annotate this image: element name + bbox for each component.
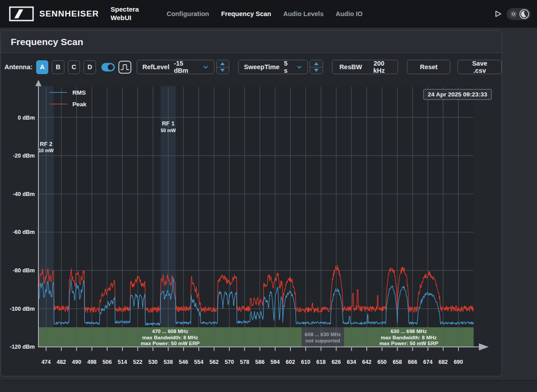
- y-axis-arrow: [35, 80, 42, 86]
- rf1-marker-label: RF 1: [162, 120, 174, 127]
- x-tick-label: 690: [454, 359, 463, 365]
- tab-audio-levels[interactable]: Audio Levels: [283, 10, 323, 17]
- sweeptime-increment-button[interactable]: [310, 60, 322, 67]
- play-icon: [494, 10, 502, 18]
- x-tick-label: 490: [72, 359, 81, 365]
- reflevel-spinner: [216, 60, 229, 74]
- x-tick-label: 538: [164, 359, 173, 365]
- band-text-1: max Bandwidth: 8 MHz: [142, 335, 198, 340]
- band-text-3: max Power: 50 mW ERP: [379, 341, 438, 346]
- frequency-scan-panel: Frequency Scan Antenna: A B C D RefLevel…: [0, 30, 502, 376]
- sennheiser-logo: [9, 6, 34, 21]
- x-tick-label: 610: [301, 359, 310, 365]
- x-tick-label: 634: [347, 359, 356, 365]
- reflevel-select[interactable]: RefLevel -15 dBm: [137, 60, 214, 74]
- top-bar: SENNHEISER Spectera WebUI Configuration …: [0, 0, 537, 28]
- play-button[interactable]: [494, 10, 502, 18]
- x-tick-label: 642: [362, 359, 372, 365]
- reset-button[interactable]: Reset: [407, 60, 450, 74]
- product-name: Spectera WebUI: [111, 5, 139, 22]
- tab-audio-io[interactable]: Audio IO: [336, 10, 362, 17]
- y-tick-label: -60 dBm: [13, 229, 35, 235]
- x-tick-label: 498: [87, 359, 96, 365]
- y-tick-label: -120 dBm: [10, 344, 35, 350]
- x-tick-label: 618: [316, 359, 326, 365]
- topbar-actions: [494, 8, 531, 20]
- tab-frequency-scan[interactable]: Frequency Scan: [221, 10, 271, 17]
- legend-rms-label: RMS: [72, 89, 86, 96]
- y-tick-label: -40 dBm: [13, 191, 35, 197]
- footer-strip: [0, 380, 537, 392]
- x-tick-label: 482: [57, 359, 66, 365]
- sun-icon[interactable]: [510, 11, 517, 17]
- resbw-label: ResBW: [340, 63, 362, 71]
- arrow-up-icon: [314, 62, 319, 65]
- band-text-3: max Bandwidth: 8 MHz: [381, 335, 436, 340]
- y-tick-label: -80 dBm: [13, 267, 35, 274]
- chevron-down-icon: [297, 65, 302, 69]
- arrow-up-icon: [220, 62, 225, 65]
- main-nav: Configuration Frequency Scan Audio Level…: [167, 10, 363, 17]
- save-csv-button[interactable]: Save .csv: [457, 60, 502, 74]
- page-title: Frequency Scan: [11, 37, 83, 47]
- x-tick-label: 674: [423, 359, 432, 365]
- x-tick-label: 626: [331, 359, 341, 365]
- x-tick-label: 658: [393, 359, 402, 365]
- resbw-value: 200 kHz: [367, 60, 390, 74]
- x-axis-arrow: [479, 343, 489, 350]
- scan-toggle[interactable]: [101, 63, 115, 71]
- resbw-button[interactable]: ResBW 200 kHz: [332, 60, 399, 74]
- y-tick-label: 0 dBm: [18, 115, 35, 121]
- sweeptime-decrement-button[interactable]: [310, 67, 322, 74]
- pulse-icon: [120, 63, 130, 71]
- x-tick-label: 562: [210, 359, 219, 365]
- x-tick-label: 594: [270, 359, 280, 365]
- reflevel-label: RefLevel: [143, 63, 169, 71]
- band-text-1: max Power: 50 mW ERP: [141, 341, 200, 346]
- x-tick-label: 602: [286, 359, 295, 365]
- y-tick-label: -20 dBm: [13, 153, 35, 159]
- arrow-down-icon: [220, 69, 225, 72]
- spectrum-chart: 4744824904985065145225305385465545625705…: [1, 77, 502, 379]
- x-tick-label: 530: [148, 359, 158, 365]
- rf2-marker-label: RF 2: [40, 141, 52, 147]
- x-tick-label: 506: [102, 359, 112, 365]
- toggle-knob: [108, 64, 113, 70]
- x-tick-label: 546: [179, 359, 188, 365]
- antenna-b-button[interactable]: B: [52, 60, 64, 74]
- reflevel-decrement-button[interactable]: [217, 67, 229, 74]
- x-tick-label: 682: [438, 359, 448, 365]
- band-text-1: 470 ... 608 MHz: [152, 329, 188, 334]
- sennheiser-logo-icon: [9, 6, 34, 21]
- y-tick-label: -100 dBm: [10, 306, 35, 312]
- band-text-3: 630 ... 698 MHz: [390, 329, 427, 334]
- tab-configuration[interactable]: Configuration: [167, 10, 209, 17]
- chevron-down-icon: [203, 65, 208, 69]
- brand-wordmark: SENNHEISER: [39, 9, 99, 19]
- sweeptime-value: 5 s: [284, 60, 293, 74]
- band-text-2: 608 ... 630 MHz: [305, 332, 341, 337]
- x-tick-label: 570: [225, 359, 234, 365]
- x-tick-label: 474: [42, 359, 51, 365]
- product-line1: Spectera: [111, 5, 139, 14]
- theme-toggle[interactable]: [507, 8, 531, 20]
- reflevel-value: -15 dBm: [174, 60, 198, 74]
- filter-shape-button[interactable]: [118, 61, 131, 74]
- x-tick-label: 586: [255, 359, 264, 365]
- x-tick-label: 522: [133, 359, 143, 365]
- sweeptime-label: SweepTime: [244, 63, 280, 71]
- x-tick-label: 650: [378, 359, 387, 365]
- reflevel-increment-button[interactable]: [217, 60, 229, 67]
- arrow-down-icon: [314, 69, 319, 72]
- antenna-d-button[interactable]: D: [84, 60, 96, 74]
- x-tick-label: 666: [408, 359, 417, 365]
- rf1-marker-power: 50 mW: [161, 128, 176, 133]
- product-line2: WebUI: [111, 14, 139, 22]
- sweeptime-select[interactable]: SweepTime 5 s: [238, 60, 308, 74]
- antenna-c-button[interactable]: C: [68, 60, 80, 74]
- panel-header: Frequency Scan: [1, 31, 502, 53]
- moon-icon[interactable]: [519, 9, 529, 19]
- antenna-a-button[interactable]: A: [36, 60, 49, 74]
- sweeptime-spinner: [310, 60, 323, 74]
- x-tick-label: 578: [240, 359, 249, 365]
